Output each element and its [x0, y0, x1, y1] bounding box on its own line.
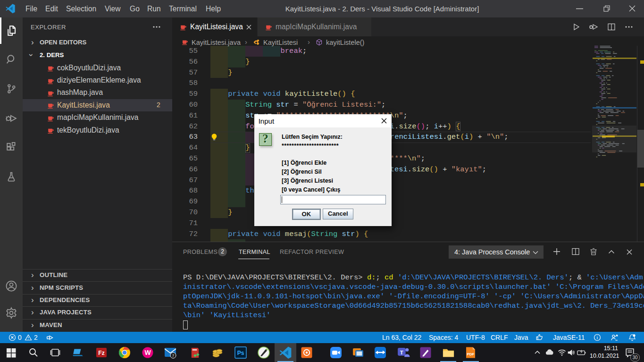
svg-text:T: T: [400, 349, 403, 355]
svg-text:Ps: Ps: [237, 350, 244, 356]
svg-text:W: W: [144, 349, 151, 356]
svg-text:Fz: Fz: [98, 350, 104, 356]
svg-text:PDF: PDF: [467, 352, 475, 356]
svg-text:7: 7: [172, 354, 175, 358]
